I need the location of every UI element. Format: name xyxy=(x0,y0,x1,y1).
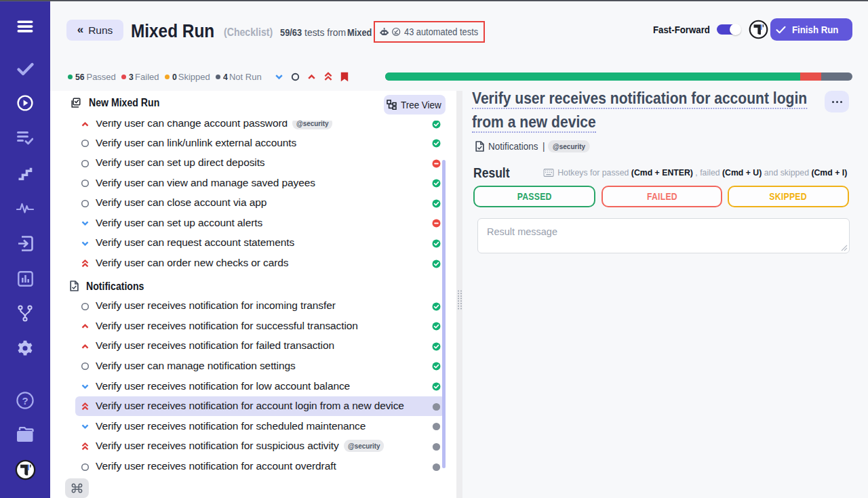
svg-text:?: ? xyxy=(22,395,28,407)
